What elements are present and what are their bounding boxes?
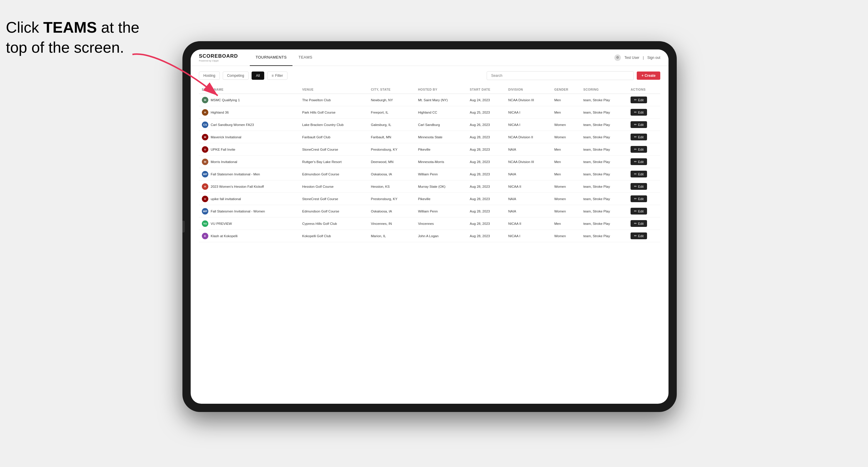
table-row: M Maverick Invitational Faribault Golf C… — [199, 131, 660, 143]
cell-city: Deerwood, MN — [368, 156, 415, 168]
cell-city: Vincennes, IN — [368, 217, 415, 230]
create-button[interactable]: + Create — [637, 71, 660, 80]
edit-button[interactable]: ✏ Edit — [630, 171, 647, 178]
cell-division: NICAA I — [505, 119, 551, 131]
cell-scoring: team, Stroke Play — [580, 230, 628, 242]
cell-start-date: Aug 28, 2023 — [467, 168, 505, 180]
team-logo: WP — [202, 208, 208, 215]
table-container: EVENT NAME VENUE CITY, STATE HOSTED BY S… — [199, 85, 660, 399]
table-row: M Morris Invitational Ruttger's Bay Lake… — [199, 156, 660, 168]
nav-right: ⚙ Test User | Sign out — [614, 55, 660, 61]
edit-button[interactable]: ✏ Edit — [630, 121, 647, 128]
event-name: UPKE Fall Invite — [211, 148, 236, 151]
cell-venue: Ruttger's Bay Lake Resort — [299, 156, 368, 168]
cell-actions: ✏ Edit — [628, 168, 660, 180]
cell-division: NCAA Division III — [505, 94, 551, 106]
cell-hosted-by: Vincennes — [415, 217, 467, 230]
all-filter-button[interactable]: All — [252, 71, 264, 80]
cell-event-name: WP Fall Statesmen Invitational - Men — [199, 168, 299, 180]
competing-filter-button[interactable]: Competing — [223, 71, 249, 80]
tab-tournaments[interactable]: TOURNAMENTS — [250, 50, 293, 66]
edit-button[interactable]: ✏ Edit — [630, 208, 647, 215]
cell-gender: Women — [551, 230, 581, 242]
cell-city: Faribault, MN — [368, 131, 415, 143]
cell-event-name: M Morris Invitational — [199, 156, 299, 168]
edit-button[interactable]: ✏ Edit — [630, 220, 647, 227]
edit-button[interactable]: ✏ Edit — [630, 158, 647, 165]
cell-start-date: Aug 28, 2023 — [467, 131, 505, 143]
cell-gender: Men — [551, 217, 581, 230]
cell-start-date: Aug 28, 2023 — [467, 143, 505, 156]
cell-actions: ✏ Edit — [628, 106, 660, 119]
edit-button[interactable]: ✏ Edit — [630, 195, 647, 202]
cell-division: NAIA — [505, 205, 551, 217]
table-row: M MSMC Qualifying 1 The Powelton Club Ne… — [199, 94, 660, 106]
cell-city: Hesston, KS — [368, 180, 415, 193]
team-logo: M — [202, 159, 208, 165]
cell-scoring: team, Stroke Play — [580, 180, 628, 193]
cell-hosted-by: Minnesota State — [415, 131, 467, 143]
hosting-filter-button[interactable]: Hosting — [199, 71, 220, 80]
event-name: MSMC Qualifying 1 — [211, 98, 240, 102]
cell-hosted-by: Murray State (OK) — [415, 180, 467, 193]
table-row: CS Carl Sandburg Women FA23 Lake Bracken… — [199, 119, 660, 131]
cell-venue: Hesston Golf Course — [299, 180, 368, 193]
edit-icon: ✏ — [634, 234, 637, 238]
edit-button[interactable]: ✏ Edit — [630, 146, 647, 153]
cell-actions: ✏ Edit — [628, 193, 660, 205]
cell-division: NAIA — [505, 193, 551, 205]
instruction-text: Click TEAMS at thetop of the screen. — [6, 18, 140, 57]
cell-actions: ✏ Edit — [628, 143, 660, 156]
edit-icon: ✏ — [634, 148, 637, 151]
cell-gender: Women — [551, 119, 581, 131]
user-label: Test User — [624, 56, 640, 60]
edit-button[interactable]: ✏ Edit — [630, 232, 647, 239]
gear-icon[interactable]: ⚙ — [614, 55, 621, 61]
logo-area: SCOREBOARD Powered by Clippit — [199, 53, 238, 62]
cell-actions: ✏ Edit — [628, 180, 660, 193]
tab-teams[interactable]: TEAMS — [292, 50, 318, 66]
event-name: Fall Statesmen Invitational - Women — [211, 210, 265, 213]
cell-gender: Men — [551, 106, 581, 119]
cell-city: Newburgh, NY — [368, 94, 415, 106]
cell-division: NICAA II — [505, 217, 551, 230]
filter-options-button[interactable]: ≡ Filter — [267, 71, 287, 80]
filter-icon: ≡ — [272, 73, 274, 78]
edit-icon: ✏ — [634, 172, 637, 176]
cell-gender: Men — [551, 168, 581, 180]
cell-city: Freeport, IL — [368, 106, 415, 119]
cell-gender: Women — [551, 205, 581, 217]
edit-icon: ✏ — [634, 209, 637, 213]
edit-button[interactable]: ✏ Edit — [630, 183, 647, 190]
cell-venue: Edmundson Golf Course — [299, 205, 368, 217]
table-row: U upike fall invitational StoneCrest Gol… — [199, 193, 660, 205]
edit-button[interactable]: ✏ Edit — [630, 133, 647, 141]
cell-scoring: team, Stroke Play — [580, 205, 628, 217]
cell-scoring: team, Stroke Play — [580, 143, 628, 156]
cell-event-name: U upike fall invitational — [199, 193, 299, 205]
team-logo: U — [202, 146, 208, 153]
search-input[interactable] — [487, 71, 634, 80]
team-logo: U — [202, 196, 208, 202]
edit-button[interactable]: ✏ Edit — [630, 109, 647, 116]
team-logo: WP — [202, 171, 208, 178]
cell-gender: Men — [551, 156, 581, 168]
cell-scoring: team, Stroke Play — [580, 168, 628, 180]
cell-hosted-by: William Penn — [415, 168, 467, 180]
cell-actions: ✏ Edit — [628, 205, 660, 217]
cell-venue: Edmundson Golf Course — [299, 168, 368, 180]
team-logo: H — [202, 183, 208, 190]
event-name: Maverick Invitational — [211, 135, 241, 139]
cell-hosted-by: Carl Sandburg — [415, 119, 467, 131]
cell-division: NICAA II — [505, 180, 551, 193]
edit-icon: ✏ — [634, 135, 637, 139]
edit-button[interactable]: ✏ Edit — [630, 96, 647, 103]
table-row: U UPKE Fall Invite StoneCrest Golf Cours… — [199, 143, 660, 156]
cell-event-name: H 2023 Women's Hesston Fall Kickoff — [199, 180, 299, 193]
col-venue: VENUE — [299, 85, 368, 94]
cell-scoring: team, Stroke Play — [580, 94, 628, 106]
signout-link[interactable]: Sign out — [647, 56, 660, 60]
cell-division: NCAA Division II — [505, 131, 551, 143]
cell-city: Oskaloosa, IA — [368, 168, 415, 180]
cell-actions: ✏ Edit — [628, 131, 660, 143]
